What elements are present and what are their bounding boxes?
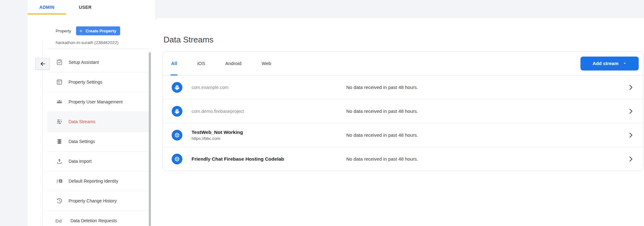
upload-icon bbox=[56, 158, 63, 165]
add-stream-button[interactable]: Add stream bbox=[580, 57, 639, 70]
stream-name: Friendly Chat Firebase Hosting Codelab bbox=[192, 156, 346, 162]
stream-tab-label: Web bbox=[262, 61, 271, 66]
chevron-right-icon[interactable] bbox=[627, 156, 634, 163]
stream-tab-ios[interactable]: iOS bbox=[187, 52, 215, 75]
chevron-right-glyph bbox=[627, 108, 634, 115]
collapse-column-button[interactable] bbox=[35, 58, 50, 70]
database-icon bbox=[56, 138, 63, 145]
stream-status: No data received in past 48 hours. bbox=[346, 85, 627, 90]
stream-tab-label: iOS bbox=[197, 61, 205, 66]
history-icon-glyph bbox=[56, 197, 63, 204]
sidebar-item-label: Data Deletion Requests bbox=[70, 218, 117, 223]
history-icon bbox=[56, 197, 63, 204]
sidebar-item-label: Property Change History bbox=[69, 198, 117, 203]
property-header-divider bbox=[47, 49, 149, 49]
admin-user-tabs: ADMINUSER bbox=[28, 0, 155, 14]
chevron-right-icon[interactable] bbox=[627, 84, 634, 91]
add-stream-label: Add stream bbox=[592, 61, 619, 66]
stream-status: No data received in past 48 hours. bbox=[346, 108, 627, 114]
sidebar-item-data-import[interactable]: Data Import bbox=[47, 152, 149, 171]
stream-type-tabs: AlliOSAndroidWeb bbox=[161, 52, 281, 75]
property-settings-icon bbox=[56, 79, 63, 85]
stream-status: No data received in past 48 hours. bbox=[346, 156, 627, 162]
stream-row[interactable]: Friendly Chat Firebase Hosting CodelabNo… bbox=[163, 147, 643, 171]
stream-list: com.example.comNo data received in past … bbox=[163, 75, 643, 171]
stream-tab-android[interactable]: Android bbox=[215, 52, 252, 75]
sidebar-item-default-reporting-identity[interactable]: Default Reporting Identity bbox=[47, 171, 149, 191]
caret-down-icon bbox=[623, 61, 627, 65]
stream-name-column: com.demo.firebaseproject bbox=[192, 109, 346, 114]
stream-name-column: TestWeb_Not Workinghttps://bbc.com bbox=[192, 130, 346, 141]
stream-name-column: Friendly Chat Firebase Hosting Codelab bbox=[192, 156, 346, 162]
data-streams-icon-glyph bbox=[56, 118, 63, 125]
stream-tab-label: Android bbox=[225, 61, 242, 66]
web-stream-icon bbox=[172, 154, 182, 164]
sidebar-item-property-settings[interactable]: Property Settings bbox=[47, 72, 149, 92]
create-property-label: Create Property bbox=[86, 29, 116, 33]
top-tab-admin[interactable]: ADMIN bbox=[28, 0, 66, 14]
stream-row[interactable]: TestWeb_Not Workinghttps://bbc.comNo dat… bbox=[163, 123, 643, 147]
admin-page: ADMINUSER Property Create Property hacka… bbox=[0, 0, 644, 226]
sidebar-item-setup-assistant[interactable]: Setup Assistant bbox=[47, 52, 149, 72]
create-property-button[interactable]: Create Property bbox=[76, 26, 120, 35]
sidebar-item-label: Property Settings bbox=[69, 80, 102, 85]
stream-row[interactable]: com.demo.firebaseprojectNo data received… bbox=[163, 99, 643, 123]
sidebar-menu: Setup AssistantProperty SettingsProperty… bbox=[47, 52, 149, 226]
chevron-right-glyph bbox=[627, 132, 634, 139]
setup-assistant-icon bbox=[56, 59, 63, 66]
data-streams-card: AlliOSAndroidWeb Add stream com.example.… bbox=[163, 51, 643, 171]
page-title: Data Streams bbox=[164, 35, 644, 45]
sidebar-item-label: Setup Assistant bbox=[69, 60, 99, 65]
upload-icon-glyph bbox=[56, 158, 63, 165]
sidebar-item-label: Data Settings bbox=[69, 139, 95, 144]
top-tab-label: ADMIN bbox=[39, 5, 54, 10]
identity-icon bbox=[56, 178, 63, 185]
dd-text-icon: Dd bbox=[55, 218, 65, 223]
web-glyph bbox=[174, 132, 180, 139]
sidebar-item-label: Data Import bbox=[69, 159, 92, 164]
sidebar-scrollbar[interactable] bbox=[149, 52, 151, 226]
stream-name-column: com.example.com bbox=[192, 85, 346, 90]
main-content-panel: Data Streams AlliOSAndroidWeb Add stream… bbox=[155, 18, 644, 226]
property-header: Property Create Property bbox=[56, 26, 155, 35]
stream-tab-web[interactable]: Web bbox=[252, 52, 281, 75]
web-stream-icon bbox=[172, 130, 182, 141]
stream-tab-label: All bbox=[171, 61, 177, 66]
stream-name: com.demo.firebaseproject bbox=[192, 109, 346, 114]
stream-name: com.example.com bbox=[192, 85, 346, 90]
chevron-right-glyph bbox=[627, 84, 634, 91]
stream-tab-all[interactable]: All bbox=[161, 52, 187, 75]
setup-assistant-icon-glyph bbox=[56, 59, 63, 66]
sidebar-item-property-change-history[interactable]: Property Change History bbox=[47, 191, 149, 211]
chevron-right-icon[interactable] bbox=[627, 132, 634, 139]
data-streams-icon bbox=[56, 118, 63, 125]
android-glyph bbox=[174, 84, 180, 91]
top-tab-label: USER bbox=[79, 5, 92, 10]
sidebar-item-label: Property User Management bbox=[69, 99, 123, 104]
property-settings-icon-glyph bbox=[56, 79, 63, 85]
sidebar-item-data-deletion-requests[interactable]: DdData Deletion Requests bbox=[47, 211, 149, 226]
stream-row[interactable]: com.example.comNo data received in past … bbox=[163, 75, 643, 99]
web-glyph bbox=[174, 156, 180, 163]
stream-name: TestWeb_Not Working bbox=[192, 130, 346, 135]
plus-icon bbox=[79, 29, 83, 33]
back-arrow-icon bbox=[39, 60, 46, 67]
chevron-right-glyph bbox=[627, 156, 634, 163]
database-icon-glyph bbox=[56, 138, 63, 145]
top-tab-user[interactable]: USER bbox=[66, 0, 104, 14]
identity-icon-glyph bbox=[56, 178, 63, 185]
property-column-panel: ADMINUSER Property Create Property hacka… bbox=[28, 0, 155, 226]
android-stream-icon bbox=[172, 106, 182, 117]
sidebar-item-data-settings[interactable]: Data Settings bbox=[47, 132, 149, 152]
android-stream-icon bbox=[172, 82, 182, 93]
chevron-right-icon[interactable] bbox=[627, 108, 634, 115]
stream-url: https://bbc.com bbox=[192, 136, 346, 141]
property-column-label: Property bbox=[56, 29, 71, 33]
stream-status: No data received in past 48 hours. bbox=[346, 132, 627, 138]
sidebar-item-property-user-management[interactable]: Property User Management bbox=[47, 92, 149, 112]
people-icon bbox=[56, 98, 63, 105]
sidebar-item-label: Default Reporting Identity bbox=[69, 179, 118, 184]
android-glyph bbox=[174, 108, 180, 115]
sidebar-item-label: Data Streams bbox=[69, 119, 96, 124]
sidebar-item-data-streams[interactable]: Data Streams bbox=[47, 112, 149, 132]
